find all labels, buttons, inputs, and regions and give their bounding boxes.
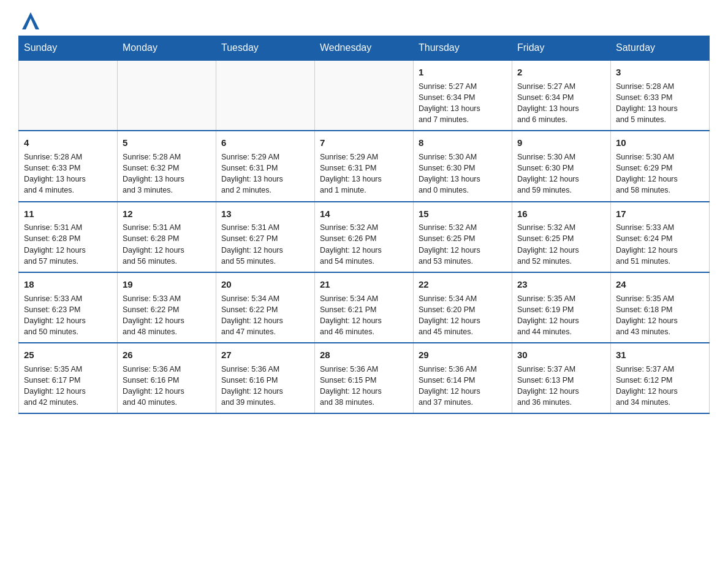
- calendar-cell: 5Sunrise: 5:28 AMSunset: 6:32 PMDaylight…: [118, 131, 216, 201]
- calendar-cell: [19, 60, 118, 131]
- calendar-header: SundayMondayTuesdayWednesdayThursdayFrid…: [19, 36, 710, 61]
- day-info: Sunrise: 5:29 AMSunset: 6:31 PMDaylight:…: [320, 151, 408, 196]
- day-info: Sunrise: 5:36 AMSunset: 6:16 PMDaylight:…: [123, 364, 211, 408]
- calendar-cell: 7Sunrise: 5:29 AMSunset: 6:31 PMDaylight…: [315, 131, 414, 201]
- day-number: 9: [517, 136, 605, 150]
- calendar-cell: 3Sunrise: 5:28 AMSunset: 6:33 PMDaylight…: [611, 60, 710, 131]
- calendar-cell: [315, 60, 414, 131]
- day-info: Sunrise: 5:30 AMSunset: 6:30 PMDaylight:…: [517, 151, 605, 196]
- calendar-week-row: 1Sunrise: 5:27 AMSunset: 6:34 PMDaylight…: [19, 60, 710, 131]
- day-number: 19: [123, 278, 211, 291]
- calendar-cell: 13Sunrise: 5:31 AMSunset: 6:27 PMDayligh…: [216, 202, 315, 272]
- day-info: Sunrise: 5:35 AMSunset: 6:19 PMDaylight:…: [517, 293, 605, 338]
- day-number: 13: [221, 207, 309, 221]
- weekday-header-friday: Friday: [512, 36, 611, 61]
- calendar-cell: 19Sunrise: 5:33 AMSunset: 6:22 PMDayligh…: [118, 272, 216, 343]
- day-number: 4: [24, 136, 112, 150]
- logo-icon: [22, 12, 39, 29]
- day-info: Sunrise: 5:31 AMSunset: 6:27 PMDaylight:…: [221, 222, 309, 267]
- weekday-header-row: SundayMondayTuesdayWednesdayThursdayFrid…: [19, 36, 710, 61]
- day-number: 7: [320, 136, 408, 150]
- calendar-cell: 17Sunrise: 5:33 AMSunset: 6:24 PMDayligh…: [611, 202, 710, 272]
- day-number: 11: [24, 207, 112, 221]
- day-number: 24: [616, 278, 704, 291]
- day-info: Sunrise: 5:33 AMSunset: 6:22 PMDaylight:…: [123, 293, 211, 338]
- day-number: 30: [517, 348, 605, 362]
- calendar-cell: 11Sunrise: 5:31 AMSunset: 6:28 PMDayligh…: [19, 202, 118, 272]
- day-info: Sunrise: 5:36 AMSunset: 6:16 PMDaylight:…: [221, 364, 309, 408]
- calendar-week-row: 18Sunrise: 5:33 AMSunset: 6:23 PMDayligh…: [19, 272, 710, 343]
- day-number: 1: [419, 66, 507, 79]
- calendar-week-row: 25Sunrise: 5:35 AMSunset: 6:17 PMDayligh…: [19, 343, 710, 413]
- day-info: Sunrise: 5:34 AMSunset: 6:20 PMDaylight:…: [419, 293, 507, 338]
- calendar-cell: 6Sunrise: 5:29 AMSunset: 6:31 PMDaylight…: [216, 131, 315, 201]
- day-info: Sunrise: 5:27 AMSunset: 6:34 PMDaylight:…: [419, 81, 507, 126]
- calendar-cell: 15Sunrise: 5:32 AMSunset: 6:25 PMDayligh…: [414, 202, 512, 272]
- day-number: 17: [616, 207, 704, 221]
- calendar-cell: 8Sunrise: 5:30 AMSunset: 6:30 PMDaylight…: [414, 131, 512, 201]
- calendar-body: 1Sunrise: 5:27 AMSunset: 6:34 PMDaylight…: [19, 60, 710, 413]
- weekday-header-saturday: Saturday: [611, 36, 710, 61]
- day-info: Sunrise: 5:28 AMSunset: 6:33 PMDaylight:…: [616, 81, 704, 126]
- day-number: 14: [320, 207, 408, 221]
- day-number: 25: [24, 348, 112, 362]
- day-number: 27: [221, 348, 309, 362]
- day-info: Sunrise: 5:32 AMSunset: 6:26 PMDaylight:…: [320, 222, 408, 267]
- day-number: 23: [517, 278, 605, 291]
- page-header: [18, 12, 710, 29]
- day-number: 20: [221, 278, 309, 291]
- logo: [18, 12, 42, 29]
- calendar-cell: 24Sunrise: 5:35 AMSunset: 6:18 PMDayligh…: [611, 272, 710, 343]
- calendar-cell: 14Sunrise: 5:32 AMSunset: 6:26 PMDayligh…: [315, 202, 414, 272]
- calendar-cell: 28Sunrise: 5:36 AMSunset: 6:15 PMDayligh…: [315, 343, 414, 413]
- calendar-cell: 10Sunrise: 5:30 AMSunset: 6:29 PMDayligh…: [611, 131, 710, 201]
- day-info: Sunrise: 5:28 AMSunset: 6:33 PMDaylight:…: [24, 151, 112, 196]
- day-info: Sunrise: 5:36 AMSunset: 6:14 PMDaylight:…: [419, 364, 507, 408]
- day-number: 21: [320, 278, 408, 291]
- calendar-cell: 1Sunrise: 5:27 AMSunset: 6:34 PMDaylight…: [414, 60, 512, 131]
- day-number: 8: [419, 136, 507, 150]
- weekday-header-sunday: Sunday: [19, 36, 118, 61]
- day-info: Sunrise: 5:31 AMSunset: 6:28 PMDaylight:…: [123, 222, 211, 267]
- calendar-cell: [216, 60, 315, 131]
- day-info: Sunrise: 5:35 AMSunset: 6:17 PMDaylight:…: [24, 364, 112, 408]
- calendar-cell: 23Sunrise: 5:35 AMSunset: 6:19 PMDayligh…: [512, 272, 611, 343]
- calendar-cell: 26Sunrise: 5:36 AMSunset: 6:16 PMDayligh…: [118, 343, 216, 413]
- day-info: Sunrise: 5:31 AMSunset: 6:28 PMDaylight:…: [24, 222, 112, 267]
- day-info: Sunrise: 5:30 AMSunset: 6:30 PMDaylight:…: [419, 151, 507, 196]
- calendar-cell: 12Sunrise: 5:31 AMSunset: 6:28 PMDayligh…: [118, 202, 216, 272]
- day-info: Sunrise: 5:32 AMSunset: 6:25 PMDaylight:…: [517, 222, 605, 267]
- day-info: Sunrise: 5:33 AMSunset: 6:23 PMDaylight:…: [24, 293, 112, 338]
- day-number: 18: [24, 278, 112, 291]
- day-info: Sunrise: 5:37 AMSunset: 6:13 PMDaylight:…: [517, 364, 605, 408]
- day-info: Sunrise: 5:29 AMSunset: 6:31 PMDaylight:…: [221, 151, 309, 196]
- day-number: 10: [616, 136, 704, 150]
- day-info: Sunrise: 5:28 AMSunset: 6:32 PMDaylight:…: [123, 151, 211, 196]
- calendar-cell: 25Sunrise: 5:35 AMSunset: 6:17 PMDayligh…: [19, 343, 118, 413]
- calendar-cell: 30Sunrise: 5:37 AMSunset: 6:13 PMDayligh…: [512, 343, 611, 413]
- day-number: 22: [419, 278, 507, 291]
- calendar-cell: [118, 60, 216, 131]
- day-info: Sunrise: 5:37 AMSunset: 6:12 PMDaylight:…: [616, 364, 704, 408]
- day-number: 31: [616, 348, 704, 362]
- weekday-header-thursday: Thursday: [414, 36, 512, 61]
- day-info: Sunrise: 5:27 AMSunset: 6:34 PMDaylight:…: [517, 81, 605, 126]
- day-info: Sunrise: 5:32 AMSunset: 6:25 PMDaylight:…: [419, 222, 507, 267]
- day-info: Sunrise: 5:30 AMSunset: 6:29 PMDaylight:…: [616, 151, 704, 196]
- calendar-table: SundayMondayTuesdayWednesdayThursdayFrid…: [18, 36, 710, 414]
- calendar-cell: 16Sunrise: 5:32 AMSunset: 6:25 PMDayligh…: [512, 202, 611, 272]
- calendar-cell: 4Sunrise: 5:28 AMSunset: 6:33 PMDaylight…: [19, 131, 118, 201]
- day-number: 15: [419, 207, 507, 221]
- calendar-cell: 27Sunrise: 5:36 AMSunset: 6:16 PMDayligh…: [216, 343, 315, 413]
- day-number: 26: [123, 348, 211, 362]
- day-info: Sunrise: 5:33 AMSunset: 6:24 PMDaylight:…: [616, 222, 704, 267]
- weekday-header-wednesday: Wednesday: [315, 36, 414, 61]
- day-number: 6: [221, 136, 309, 150]
- day-number: 29: [419, 348, 507, 362]
- calendar-cell: 20Sunrise: 5:34 AMSunset: 6:22 PMDayligh…: [216, 272, 315, 343]
- day-number: 2: [517, 66, 605, 79]
- calendar-cell: 9Sunrise: 5:30 AMSunset: 6:30 PMDaylight…: [512, 131, 611, 201]
- day-info: Sunrise: 5:36 AMSunset: 6:15 PMDaylight:…: [320, 364, 408, 408]
- calendar-cell: 2Sunrise: 5:27 AMSunset: 6:34 PMDaylight…: [512, 60, 611, 131]
- calendar-cell: 29Sunrise: 5:36 AMSunset: 6:14 PMDayligh…: [414, 343, 512, 413]
